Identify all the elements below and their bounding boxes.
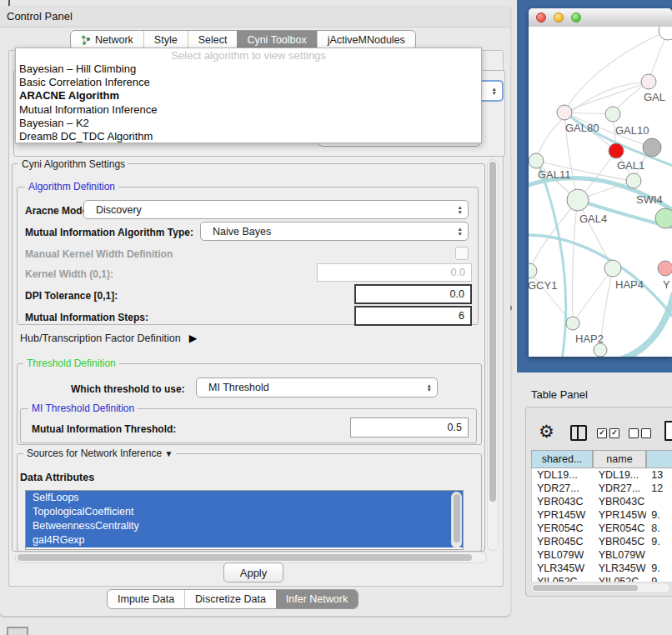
close-traffic-light[interactable] xyxy=(536,12,546,22)
apply-button[interactable]: Apply xyxy=(223,562,283,582)
column-header-name[interactable]: name xyxy=(593,450,646,468)
kernel-width-field[interactable]: 0.0 xyxy=(317,263,472,282)
table-cell[interactable]: YBR045C xyxy=(594,535,647,548)
control-panel-titlebar[interactable] xyxy=(0,7,510,28)
table-cell[interactable]: 13 xyxy=(646,468,672,482)
scrollbar-thumb[interactable] xyxy=(533,585,638,591)
settings-horizontal-scrollbar[interactable] xyxy=(15,552,487,563)
manual-kernel-checkbox[interactable] xyxy=(455,247,469,260)
table-cell[interactable] xyxy=(646,548,672,562)
column-layout-icon[interactable] xyxy=(570,425,587,441)
column-header-col2[interactable] xyxy=(646,450,672,468)
network-node-hap2[interactable] xyxy=(566,317,579,330)
dropdown-item-dream8-dc-tdc-algorithm[interactable]: Dream8 DC_TDC Algorithm xyxy=(16,130,481,143)
table-cell[interactable]: YBL079W xyxy=(532,548,594,562)
hub-definition-toggle[interactable]: Hub/Transcription Factor Definition▶ xyxy=(20,332,197,344)
gear-icon[interactable]: ⚙ xyxy=(539,422,554,442)
network-node[interactable] xyxy=(643,138,661,157)
tab-network[interactable]: Network xyxy=(71,31,143,49)
scrollbar-thumb[interactable] xyxy=(489,162,496,502)
table-cell[interactable]: YBR045C xyxy=(532,535,594,548)
table-row[interactable]: YLR345WYLR345W9. xyxy=(532,562,672,575)
network-node-gal80[interactable] xyxy=(557,105,572,120)
tab-impute-data[interactable]: Impute Data xyxy=(108,590,184,608)
table-cell[interactable]: YDR27... xyxy=(594,482,647,495)
network-node-gal[interactable] xyxy=(641,74,656,89)
attribute-item-topologicalcoefficient[interactable]: TopologicalCoefficient xyxy=(26,505,463,519)
table-cell[interactable]: YIL052C xyxy=(532,575,594,582)
attributes-list-scrollbar[interactable] xyxy=(451,492,462,548)
tab-jactivemnodules[interactable]: jActiveMNodules xyxy=(317,31,415,49)
dropdown-item-bayesian-hill-climbing[interactable]: Bayesian – Hill Climbing xyxy=(16,62,481,76)
table-row[interactable]: YIL052CYIL052C9 xyxy=(532,575,672,582)
table-cell[interactable]: YER054C xyxy=(594,522,647,535)
tab-style[interactable]: Style xyxy=(143,31,188,49)
table-cell[interactable]: 9. xyxy=(646,535,672,548)
table-cell[interactable]: YPR145W xyxy=(532,508,594,522)
table-row[interactable]: YBR043CYBR043C xyxy=(532,495,672,508)
network-node-gal11[interactable] xyxy=(529,153,544,168)
table-cell[interactable]: 12 xyxy=(646,482,672,495)
table-cell[interactable]: YBR043C xyxy=(532,495,594,508)
table-cell[interactable]: YPR145W xyxy=(594,508,647,522)
mi-threshold-field[interactable]: 0.5 xyxy=(350,418,469,438)
dropdown-item-mutual-information-inference[interactable]: Mutual Information Inference xyxy=(16,103,481,117)
dropdown-item-aracne-algorithm[interactable]: ARACNE Algorithm xyxy=(16,89,481,102)
table-cell[interactable]: YBR043C xyxy=(594,495,647,508)
attribute-item-selfloops[interactable]: SelfLoops xyxy=(26,491,463,505)
dpi-tolerance-field[interactable]: 0.0 xyxy=(354,284,472,304)
mi-steps-field[interactable]: 6 xyxy=(354,306,472,326)
table-cell[interactable]: YDL19... xyxy=(594,468,647,482)
mi-type-combo[interactable]: Naive Bayes ▲▼ xyxy=(200,222,469,241)
network-node[interactable] xyxy=(594,343,607,357)
network-node-y[interactable] xyxy=(658,261,672,276)
minimized-icon[interactable] xyxy=(7,627,28,635)
scrollbar-thumb[interactable] xyxy=(454,494,460,542)
table-cell[interactable]: 8. xyxy=(646,522,672,535)
tab-cyni-toolbox[interactable]: Cyni Toolbox xyxy=(237,31,316,49)
network-node-hap4[interactable] xyxy=(604,260,621,277)
table-cell[interactable]: YBL079W xyxy=(594,548,647,562)
minimize-traffic-light[interactable] xyxy=(554,12,564,22)
tab-select[interactable]: Select xyxy=(188,31,238,49)
network-node-gal4[interactable] xyxy=(567,189,589,211)
dropdown-item-bayesian-k2[interactable]: Bayesian – K2 xyxy=(16,117,481,130)
network-node-gal1[interactable] xyxy=(609,143,624,158)
table-cell[interactable]: 9 xyxy=(646,575,672,582)
table-cell[interactable]: YDR27... xyxy=(532,482,594,495)
table-row[interactable]: YDR27...YDR27...12 xyxy=(532,482,672,495)
table-row[interactable]: YBL079WYBL079W xyxy=(532,548,672,562)
table-row[interactable]: YDL19...YDL19...13 xyxy=(532,468,672,482)
table-horizontal-scrollbar[interactable] xyxy=(530,582,670,593)
expand-arrow-icon[interactable]: ▶ xyxy=(189,332,198,344)
table-cell[interactable] xyxy=(646,495,672,508)
aracne-mode-combo[interactable]: Discovery ▲▼ xyxy=(83,200,469,219)
dropdown-item-basic-correlation-inference[interactable]: Basic Correlation Inference xyxy=(16,76,481,89)
which-threshold-combo[interactable]: MI Threshold ▲▼ xyxy=(196,378,438,398)
table-cell[interactable]: YLR345W xyxy=(594,562,647,575)
table-row[interactable]: YPR145WYPR145W9. xyxy=(532,508,672,522)
attribute-item-gal4rgexp[interactable]: gal4RGexp xyxy=(26,533,463,548)
table-cell[interactable]: 9. xyxy=(646,562,672,575)
zoom-traffic-light[interactable] xyxy=(571,12,581,22)
network-node[interactable] xyxy=(626,173,641,188)
settings-vertical-scrollbar[interactable] xyxy=(487,159,499,551)
table-row[interactable]: YER054CYER054C8. xyxy=(532,522,672,535)
column-header-shared[interactable]: shared... xyxy=(531,450,593,468)
table-cell[interactable]: YIL052C xyxy=(594,575,647,582)
table-cell[interactable]: YDL19... xyxy=(532,468,594,482)
deselect-all-checkboxes-icon[interactable] xyxy=(629,428,651,438)
network-canvas[interactable]: GALGAL80GAL10GAL1GAL11GAL4SWI4GCY1HAP4YH… xyxy=(529,27,672,357)
table-row[interactable]: YBR045CYBR045C9. xyxy=(532,535,672,548)
tab-infer-network[interactable]: Infer Network xyxy=(276,590,358,608)
attribute-item-betweennesscentrality[interactable]: BetweennessCentrality xyxy=(26,519,463,533)
network-node-gal10[interactable] xyxy=(605,107,620,122)
table-cell[interactable]: YLR345W xyxy=(532,562,594,575)
document-icon[interactable] xyxy=(664,421,672,441)
network-node-swi4[interactable] xyxy=(655,208,672,228)
collapse-arrow-icon[interactable]: ▼ xyxy=(164,449,173,458)
table-cell[interactable]: YER054C xyxy=(532,522,594,535)
network-window-titlebar[interactable] xyxy=(529,8,672,28)
table-cell[interactable]: 9. xyxy=(646,508,672,522)
scrollbar-thumb[interactable] xyxy=(18,554,472,561)
